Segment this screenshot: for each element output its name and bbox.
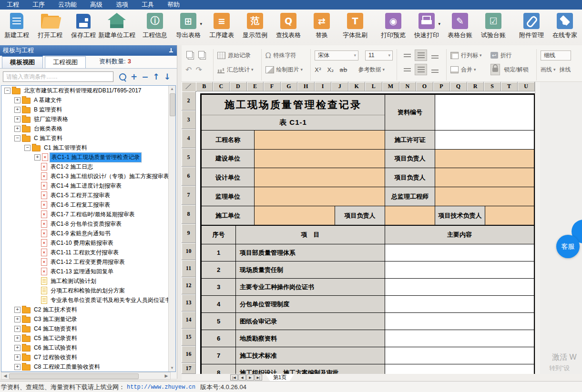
- strikethrough-button[interactable]: ab: [339, 66, 347, 73]
- form-input-cell[interactable]: [435, 130, 534, 150]
- dropdown-arrow-icon[interactable]: ▾: [480, 53, 482, 58]
- table-header-cell[interactable]: 序号: [201, 225, 236, 244]
- item-content-cell[interactable]: [385, 330, 534, 347]
- wrap-line-button[interactable]: ↩折行: [490, 51, 512, 60]
- item-number-cell[interactable]: 1: [201, 244, 236, 261]
- column-header-F[interactable]: F: [264, 82, 281, 91]
- item-content-cell[interactable]: [385, 244, 534, 261]
- menu-item[interactable]: 工序: [26, 0, 51, 10]
- tree-expander-icon[interactable]: +: [14, 345, 20, 351]
- form-label-cell[interactable]: 项目负责人: [385, 168, 435, 187]
- tree-expander-icon[interactable]: +: [14, 116, 20, 122]
- print-preview-button[interactable]: ◉打印预览: [379, 12, 407, 40]
- row-header-6[interactable]: 6: [182, 167, 196, 186]
- row-header-15[interactable]: 15: [182, 329, 196, 346]
- row-header-14[interactable]: 14: [182, 312, 196, 329]
- item-name-cell[interactable]: 地质勘察资料: [235, 330, 385, 347]
- tree-expander-icon[interactable]: +: [14, 97, 20, 103]
- search-input[interactable]: [3, 71, 113, 82]
- column-header-C[interactable]: C: [213, 82, 230, 91]
- column-header-N[interactable]: N: [399, 82, 417, 91]
- tree-expander-icon[interactable]: +: [14, 307, 20, 313]
- row-header-12[interactable]: 12: [182, 277, 196, 294]
- move-down-button[interactable]: ↓: [164, 72, 171, 81]
- align-left-button[interactable]: [401, 64, 413, 75]
- tree-item[interactable]: +C6 施工试验资料: [1, 343, 169, 352]
- move-up-button[interactable]: ↑: [153, 72, 160, 81]
- dropdown-arrow-icon[interactable]: ▾: [251, 67, 254, 72]
- find-table-button[interactable]: Q查找表格: [275, 12, 302, 40]
- next-page-button[interactable]: ▶: [246, 374, 254, 381]
- form-label-cell[interactable]: 总监理工程师: [385, 187, 435, 206]
- column-header-Q[interactable]: Q: [450, 82, 467, 91]
- column-header-P[interactable]: P: [433, 82, 450, 91]
- item-number-cell[interactable]: 5: [201, 312, 236, 330]
- item-name-cell[interactable]: 主要专业工种操作岗位证书: [235, 278, 385, 296]
- form-label-cell[interactable]: 项目负责人: [335, 206, 385, 225]
- row-header-4[interactable]: 4: [182, 129, 196, 148]
- column-header-S[interactable]: S: [484, 82, 501, 91]
- online-expert-button[interactable]: 在线专家: [551, 12, 579, 40]
- tree-expander-icon[interactable]: +: [14, 107, 20, 113]
- column-header-J[interactable]: J: [331, 82, 348, 91]
- menu-item[interactable]: 高级: [83, 0, 109, 10]
- attachment-manager-button[interactable]: 附件管理: [518, 12, 545, 40]
- column-header-L[interactable]: L: [365, 82, 382, 91]
- quick-print-button[interactable]: ▾快速打印: [413, 12, 440, 40]
- tree-expander-icon[interactable]: −: [14, 135, 20, 141]
- form-input-cell[interactable]: [254, 168, 385, 187]
- tree-horizontal-scrollbar[interactable]: ◀ ▶: [1, 372, 171, 380]
- align-center-button[interactable]: [415, 64, 427, 75]
- draw-line-button[interactable]: 画线▾: [541, 66, 556, 74]
- dropdown-arrow-icon[interactable]: ▾: [474, 67, 476, 72]
- align-bottom-button[interactable]: [429, 50, 441, 61]
- new-unit-project-button[interactable]: 新建单位工程: [103, 12, 131, 40]
- scroll-right-icon[interactable]: ▶: [163, 373, 170, 379]
- item-number-cell[interactable]: 8: [201, 364, 236, 374]
- tree-item[interactable]: ×表C1-4 施工进度计划报审表: [1, 181, 169, 191]
- row-header-10[interactable]: 10: [182, 243, 196, 260]
- merge-cells-button[interactable]: 合并▾: [450, 66, 476, 74]
- row-header-7[interactable]: 7: [182, 186, 196, 205]
- tree-item[interactable]: ×表C1-2 施工日志: [1, 162, 169, 171]
- table-header-cell[interactable]: 主要内容: [385, 225, 534, 244]
- column-header-D[interactable]: D: [230, 82, 247, 91]
- erase-line-button[interactable]: 抹线: [559, 66, 571, 74]
- tree-item[interactable]: ×表C1-9 索赔意向通知书: [1, 229, 169, 238]
- form-label-cell[interactable]: 建设单位: [201, 149, 255, 168]
- item-name-cell[interactable]: 施工技术标准: [235, 347, 385, 364]
- tree-item[interactable]: +C7 过程验收资料: [1, 352, 169, 362]
- menu-item[interactable]: 云功能: [51, 0, 83, 10]
- tree-item[interactable]: 分项工程和检验批的划分方案: [1, 286, 169, 295]
- reference-data-button[interactable]: 参考数据▾: [356, 66, 385, 74]
- column-header-H[interactable]: H: [297, 82, 315, 91]
- doc-number-value-cell[interactable]: [435, 94, 534, 131]
- tree-item[interactable]: +C4 施工物资资料: [1, 324, 169, 333]
- item-name-cell[interactable]: 图纸会审记录: [235, 312, 385, 330]
- prev-page-button[interactable]: ◀: [238, 374, 246, 381]
- panel-splitter[interactable]: [177, 45, 182, 381]
- tree-vertical-scrollbar[interactable]: ▲ ▼: [168, 86, 175, 372]
- tree-expander-icon[interactable]: +: [34, 154, 41, 161]
- summary-stats-button[interactable]: 汇总统计▾: [217, 66, 254, 74]
- form-label-cell[interactable]: 施工许可证: [385, 130, 435, 150]
- form-title-cell[interactable]: 施工现场质量管理检查记录表 C1-1: [201, 94, 385, 131]
- tree-expander-icon[interactable]: −: [4, 88, 10, 94]
- row-header-3[interactable]: 3: [182, 111, 196, 129]
- form-input-cell[interactable]: [435, 187, 534, 206]
- table-ledger-button[interactable]: ✎表格台账: [446, 12, 474, 40]
- item-number-cell[interactable]: 6: [201, 330, 236, 347]
- export-table-button[interactable]: ⊞▾导出表格: [174, 12, 202, 40]
- tree-item[interactable]: ×表C1-5 工程开工报审表: [1, 191, 169, 200]
- form-label-cell[interactable]: 施工单位: [201, 206, 255, 225]
- search-icon[interactable]: [119, 73, 126, 80]
- scroll-thumb[interactable]: [170, 93, 175, 116]
- menu-item[interactable]: 工具: [135, 0, 161, 10]
- lock-unlock-button[interactable]: 锁定/解锁: [490, 64, 529, 75]
- scroll-down-icon[interactable]: ▼: [169, 365, 175, 372]
- project-info-button[interactable]: ⓘ工程信息: [141, 12, 169, 40]
- form-input-cell[interactable]: [254, 149, 385, 168]
- form-input-cell[interactable]: [385, 206, 435, 225]
- customer-service-button[interactable]: 客服: [556, 235, 580, 258]
- undo-icon[interactable]: ↶: [185, 65, 192, 74]
